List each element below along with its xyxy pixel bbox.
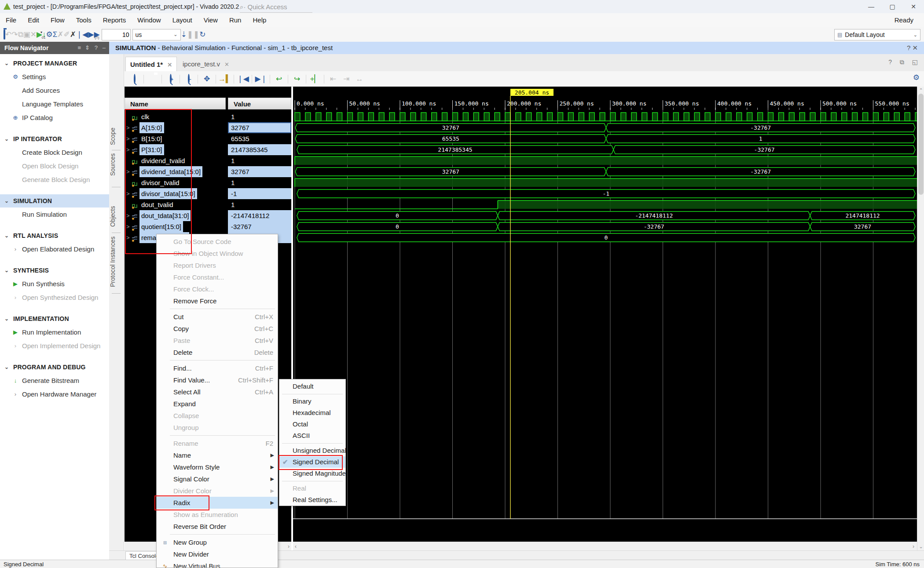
- signal-row-B[interactable]: >B[15:0]65535: [125, 133, 291, 144]
- menu-item-octal[interactable]: Octal: [279, 419, 345, 430]
- signal-name[interactable]: clk: [139, 111, 151, 122]
- menu-item-select-all[interactable]: Select AllCtrl+A: [157, 386, 278, 398]
- signal-value[interactable]: 32767: [228, 166, 291, 177]
- expand-chevron-icon[interactable]: >: [126, 232, 130, 243]
- menu-item-cut[interactable]: CutCtrl+X: [157, 311, 278, 323]
- signal-name[interactable]: A[15:0]: [139, 122, 164, 133]
- signal-row-dividend-tdata[interactable]: >dividend_tdata[15:0]32767: [125, 166, 291, 177]
- step-icon[interactable]: ⇣: [181, 30, 187, 39]
- quick-access-search[interactable]: ⌕· Quick Access: [240, 2, 312, 13]
- signal-value[interactable]: -2147418112: [228, 210, 291, 221]
- expand-chevron-icon[interactable]: >: [126, 144, 130, 155]
- close-button[interactable]: ✕: [903, 0, 924, 13]
- signal-value[interactable]: 1: [228, 177, 291, 188]
- run-time-input[interactable]: [102, 29, 131, 40]
- menu-item-new-virtual-bus[interactable]: New Virtual Bus∿: [157, 560, 278, 568]
- flow-section-project-manager[interactable]: ⌄PROJECT MANAGER: [0, 57, 109, 70]
- signal-name[interactable]: divisor_tdata[15:0]: [139, 188, 197, 199]
- menu-item-find[interactable]: Find...Ctrl+F: [157, 362, 278, 374]
- signal-name[interactable]: quotient[15:0]: [139, 221, 183, 232]
- close-tab-icon[interactable]: ✕: [167, 62, 172, 68]
- flow-section-ip-integrator[interactable]: ⌄IP INTEGRATOR: [0, 132, 109, 146]
- side-tab-scope[interactable]: Scope: [109, 124, 124, 149]
- redo-icon[interactable]: ↷: [11, 30, 18, 39]
- run-all-icon[interactable]: ▶: [88, 30, 94, 39]
- signal-row-quotient[interactable]: >quotient[15:0]-32767: [125, 221, 291, 232]
- flow-item-generate-bitstream[interactable]: ↓Generate Bitstream: [0, 374, 109, 387]
- relaunch-icon[interactable]: ↻: [199, 30, 205, 39]
- waveform-settings-gear-icon[interactable]: ⚙: [913, 73, 920, 82]
- signal-name[interactable]: dividend_tdata[15:0]: [139, 166, 202, 177]
- menu-item-default[interactable]: Default: [279, 381, 345, 392]
- zoom-to-cursor-icon[interactable]: →▍: [218, 73, 231, 85]
- menu-item-signal-color[interactable]: Signal Color▶: [157, 473, 278, 485]
- save-waveform-icon[interactable]: [146, 73, 159, 85]
- flow-section-synthesis[interactable]: ⌄SYNTHESIS: [0, 264, 109, 277]
- value-column-header[interactable]: Value: [228, 98, 291, 109]
- menu-item-new-divider[interactable]: New Divider: [157, 548, 278, 560]
- signal-value[interactable]: -32767: [228, 221, 291, 232]
- expand-chevron-icon[interactable]: >: [126, 210, 130, 221]
- minimize-panel-icon[interactable]: –: [103, 42, 106, 54]
- menu-window[interactable]: Window: [132, 13, 166, 27]
- time-unit-select[interactable]: us⌄: [132, 29, 181, 40]
- menu-edit[interactable]: Edit: [22, 13, 45, 27]
- add-marker-icon[interactable]: +▏: [308, 73, 322, 85]
- signal-row-dout-tvalid[interactable]: dout_tvalid1: [125, 199, 291, 210]
- side-tab-objects[interactable]: Objects: [109, 204, 124, 229]
- menu-item-signed-magnitude[interactable]: Signed Magnitude: [279, 468, 345, 479]
- collapse-all-icon[interactable]: ≡: [77, 42, 81, 54]
- menu-tools[interactable]: Tools: [70, 13, 97, 27]
- flow-item-ip-catalog[interactable]: ⊕IP Catalog: [0, 111, 109, 124]
- swap-cursor-right-icon[interactable]: ⇥: [340, 73, 353, 85]
- flow-item-settings[interactable]: ⚙Settings: [0, 70, 109, 84]
- settings-gear-icon[interactable]: ⚙: [46, 30, 53, 39]
- expand-chevron-icon[interactable]: >: [126, 188, 130, 199]
- menu-view[interactable]: View: [198, 13, 224, 27]
- menu-item-copy[interactable]: CopyCtrl+C: [157, 323, 278, 335]
- menu-item-ascii[interactable]: ASCII: [279, 430, 345, 441]
- menu-item-remove-force[interactable]: Remove Force: [157, 295, 278, 307]
- maximize-button[interactable]: ▢: [882, 0, 903, 13]
- edit-icon[interactable]: ✐: [64, 30, 70, 39]
- panel-help-icon[interactable]: ?: [907, 44, 913, 51]
- minimize-button[interactable]: —: [861, 0, 882, 13]
- signal-row-P[interactable]: >P[31:0]2147385345: [125, 144, 291, 155]
- generate-bitstream-icon[interactable]: ↓01: [42, 30, 46, 39]
- signal-row-A[interactable]: >A[15:0]32767: [125, 122, 291, 133]
- scroll-right-icon[interactable]: ›: [913, 542, 914, 551]
- menu-item-delete[interactable]: DeleteDelete: [157, 346, 278, 358]
- menu-item-name[interactable]: Name▶: [157, 449, 278, 461]
- signal-name[interactable]: divisor_tvalid: [139, 177, 181, 188]
- close-tab-icon[interactable]: ✕: [224, 61, 229, 68]
- scroll-right-icon[interactable]: ›: [288, 542, 290, 551]
- expand-chevron-icon[interactable]: >: [126, 166, 130, 177]
- run-for-time-icon[interactable]: ▶(T): [94, 30, 99, 39]
- signal-name[interactable]: P[31:0]: [139, 144, 164, 155]
- flow-item-open-block-design[interactable]: Open Block Design: [0, 159, 109, 173]
- expand-chevron-icon[interactable]: >: [126, 122, 130, 133]
- menu-layout[interactable]: Layout: [167, 13, 198, 27]
- menu-item-real-settings[interactable]: Real Settings...: [279, 494, 345, 506]
- menu-help[interactable]: Help: [247, 13, 272, 27]
- tab-ipcore-test-v[interactable]: ipcore_test.v✕: [178, 57, 234, 71]
- delete-icon[interactable]: ✕: [30, 30, 37, 39]
- pause-icon[interactable]: ❚❚: [187, 30, 200, 39]
- flow-item-generate-block-design[interactable]: Generate Block Design: [0, 173, 109, 186]
- signal-name[interactable]: B[15:0]: [139, 133, 164, 144]
- scroll-up-icon[interactable]: ⌃: [917, 87, 924, 93]
- flow-item-run-simulation[interactable]: Run Simulation: [0, 208, 109, 221]
- help-icon[interactable]: ?: [95, 42, 98, 54]
- zoom-fit-icon[interactable]: ✥: [200, 73, 213, 85]
- signal-value[interactable]: 2147385345: [228, 144, 291, 155]
- signal-row-clk[interactable]: clk1: [125, 111, 291, 122]
- remove-all-forces-icon[interactable]: ✗: [70, 30, 76, 39]
- restart-icon[interactable]: ❘◀: [76, 30, 88, 39]
- side-tab-sources[interactable]: Sources: [109, 152, 124, 177]
- flow-section-simulation[interactable]: ⌄SIMULATION: [0, 194, 109, 208]
- signal-value[interactable]: 1: [228, 111, 291, 122]
- menu-item-new-group[interactable]: New Group⧈: [157, 536, 278, 548]
- signal-row-divisor-tvalid[interactable]: divisor_tvalid1: [125, 177, 291, 188]
- zoom-in-icon[interactable]: +: [164, 73, 177, 85]
- search-icon[interactable]: [128, 73, 141, 85]
